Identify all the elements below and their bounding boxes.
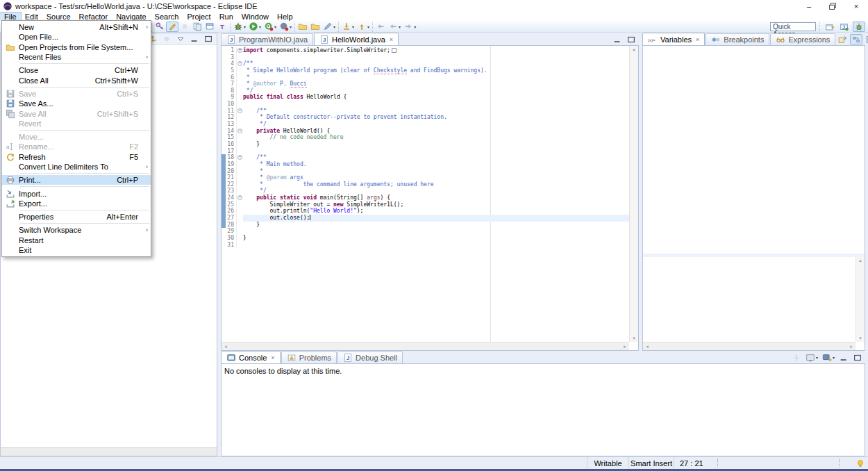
code-line-29[interactable]: 29 [222,228,629,235]
view-menu-icon[interactable] [174,34,187,44]
code-text[interactable] [243,101,629,108]
layout-icon[interactable] [864,34,868,44]
menu-item-recent-files[interactable]: Recent Files› [2,52,151,62]
fold-collapse-icon[interactable]: − [237,129,242,133]
code-text[interactable] [243,228,629,235]
menu-item-switch-workspace[interactable]: Switch Workspace› [2,225,151,235]
code-text[interactable]: * Simple HelloWorld program (clear of Ch… [243,67,629,74]
back-history-icon[interactable]: ▾ [387,22,402,32]
next-annotation-icon[interactable]: ▾ [356,22,371,32]
mark-occurrences-icon[interactable] [166,22,178,32]
code-line-1[interactable]: 1+import components.simplewriter.SimpleW… [222,47,629,54]
open-folder-icon[interactable] [309,22,322,32]
code-text[interactable]: * [243,168,629,175]
menubar-item-help[interactable]: Help [273,13,297,21]
editor-horizontal-scrollbar[interactable]: ◂▸ [222,342,629,350]
code-text[interactable]: SimpleWriter out = new SimpleWriter1L(); [243,201,629,208]
menu-item-convert-line-delimiters-to[interactable]: Convert Line Delimiters To› [2,162,151,172]
last-edit-location-icon[interactable]: ▾ [340,22,356,32]
code-text[interactable]: * @param args [243,174,629,181]
fold-collapse-icon[interactable]: − [237,108,242,113]
code-line-14[interactable]: 14− private HelloWorld() { [222,128,629,135]
menubar-item-run[interactable]: Run [215,13,237,21]
close-window-button[interactable]: × [844,0,868,13]
menu-item-open-projects-from-file-system[interactable]: Open Projects from File System... [2,42,151,52]
code-text[interactable] [243,242,629,249]
code-line-31[interactable]: 31 [222,242,629,249]
code-text[interactable]: /** [243,60,629,67]
code-line-18[interactable]: 18− /** [222,154,629,161]
menubar-item-project[interactable]: Project [183,13,215,21]
menu-item-refresh[interactable]: RefreshF5 [2,152,151,162]
menu-item-print[interactable]: Print...Ctrl+P [2,175,151,185]
tab-variables[interactable]: (x)=Variables× [642,33,705,45]
close-tab-icon[interactable]: × [390,36,393,43]
dropdown-arrow-icon[interactable]: ▾ [367,24,369,29]
menu-item-open-file[interactable]: Open File... [2,32,151,42]
focus-on-active-task-icon[interactable] [160,34,173,44]
code-line-19[interactable]: 19 * Main method. [222,161,629,168]
dropdown-arrow-icon[interactable]: ▾ [816,355,818,360]
menu-item-save-as[interactable]: Save As... [2,99,151,108]
menu-item-move[interactable]: Move... [2,132,151,142]
menu-item-exit[interactable]: Exit [2,245,151,255]
menu-item-restart[interactable]: Restart [2,236,151,245]
code-line-5[interactable]: 5 * Simple HelloWorld program (clear of … [222,67,629,74]
code-line-30[interactable]: 30} [222,235,629,242]
maximize-icon[interactable] [851,352,864,363]
menu-item-export[interactable]: Export... [2,199,151,208]
close-tab-icon[interactable]: × [271,354,274,361]
tab-problems[interactable]: Problems [281,352,337,363]
tab-breakpoints[interactable]: Breakpoints [706,33,769,45]
code-line-12[interactable]: 12 * Default constructor--private to pre… [222,114,629,121]
dropdown-arrow-icon[interactable]: ▾ [414,24,416,29]
code-text[interactable]: * Main method. [243,161,629,168]
code-text[interactable]: public static void main(String[] args) { [243,195,629,201]
code-line-6[interactable]: 6 * [222,74,629,81]
menubar-item-search[interactable]: Search [151,13,183,21]
code-line-23[interactable]: 23 */ [222,188,629,195]
menu-item-close[interactable]: CloseCtrl+W [2,65,151,75]
code-text[interactable]: private HelloWorld() { [243,128,629,135]
new-task-icon[interactable]: T [216,22,228,32]
dropdown-arrow-icon[interactable]: ▾ [333,24,335,29]
debug-icon[interactable]: ▾ [232,22,247,32]
detail-vertical-scrollbar[interactable]: ▴▾ [856,257,865,342]
collapsed-region-box[interactable] [392,48,397,53]
maximize-icon[interactable] [202,34,215,44]
code-line-24[interactable]: 24− public static void main(String[] arg… [222,195,629,201]
open-console-icon[interactable]: ▾ [821,352,836,363]
new-java-class-icon[interactable] [191,22,203,32]
code-text[interactable] [243,148,629,155]
fold-collapse-icon[interactable]: − [237,195,242,200]
code-line-25[interactable]: 25 SimpleWriter out = new SimpleWriter1L… [222,201,629,208]
code-text[interactable]: out.println("Hello World!"); [243,208,629,215]
code-text[interactable]: */ [243,188,629,195]
import-values-icon[interactable] [836,34,849,44]
code-line-16[interactable]: 16 } [222,141,629,148]
code-line-7[interactable]: 7 * @author P. Bucci [222,81,629,88]
code-line-15[interactable]: 15 // no code needed here [222,134,629,141]
menu-item-save-all[interactable]: Save AllCtrl+Shift+S [2,108,151,118]
debug-perspective-icon[interactable] [853,22,865,32]
code-line-11[interactable]: 11− /** [222,108,629,115]
highlight-icon[interactable]: ▾ [322,22,337,32]
forward-icon[interactable]: ▾ [402,22,417,32]
code-line-9[interactable]: 9public final class HelloWorld { [222,94,629,101]
open-perspective-icon[interactable] [824,22,836,32]
code-line-27[interactable]: 27 out.close(); [222,215,629,222]
menu-item-save[interactable]: SaveCtrl+S [2,89,151,99]
fold-collapse-icon[interactable]: − [237,155,242,160]
restore-window-button[interactable] [821,0,844,13]
code-line-26[interactable]: 26 out.println("Hello World!"); [222,208,629,215]
dropdown-arrow-icon[interactable]: ▾ [259,24,261,29]
code-line-10[interactable]: 10 [222,101,629,108]
dropdown-arrow-icon[interactable]: ▾ [833,355,835,360]
maximize-icon[interactable] [625,34,637,44]
code-text[interactable]: out.close(); [243,215,629,222]
tab-helloworld-java[interactable]: JHelloWorld.java× [314,33,399,45]
menu-item-close-all[interactable]: Close AllCtrl+Shift+W [2,75,151,85]
minimize-icon[interactable] [837,352,850,363]
code-surface[interactable]: 1+import components.simplewriter.SimpleW… [222,46,629,342]
code-text[interactable]: } [243,235,629,242]
